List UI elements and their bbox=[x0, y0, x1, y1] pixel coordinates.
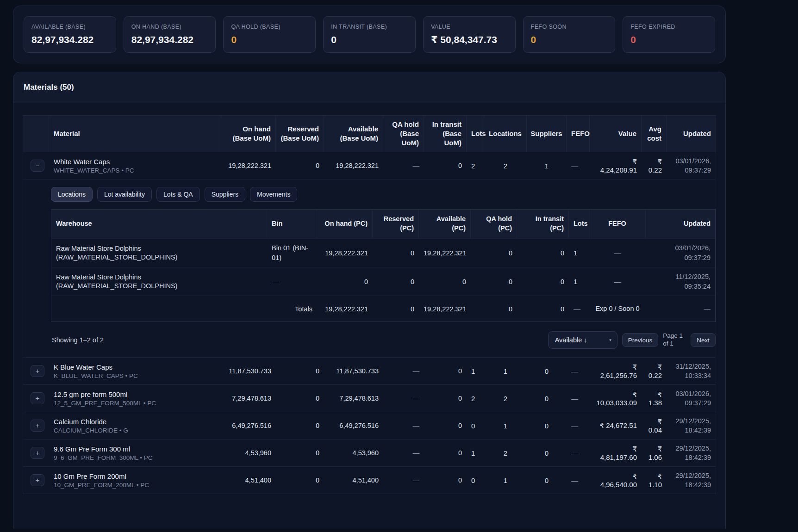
next-page-button[interactable]: Next bbox=[691, 333, 716, 347]
tab-locations[interactable]: Locations bbox=[51, 187, 93, 202]
expand-column-header bbox=[23, 116, 49, 152]
kpi-value: 0 bbox=[231, 34, 308, 45]
cell-fefo: — bbox=[567, 158, 590, 173]
cell-fefo: — bbox=[567, 473, 590, 488]
sort-dropdown[interactable]: Available ↓▾ bbox=[548, 331, 617, 349]
warehouse-name: Raw Material Store Dolphins bbox=[56, 245, 262, 252]
expand-row-button[interactable]: + bbox=[31, 447, 44, 459]
material-cell: White Water CapsWHITE_WATER_CAPS • PC bbox=[49, 154, 221, 178]
column-header-value: Value bbox=[590, 116, 642, 152]
totals-spacer bbox=[51, 305, 267, 313]
column-header-lots: Lots bbox=[467, 116, 484, 152]
materials-title: Materials (50) bbox=[24, 83, 715, 92]
material-name: White Water Caps bbox=[54, 158, 217, 166]
cell-reserved: 0 bbox=[276, 445, 324, 460]
cell-updated: 03/01/2026, 09:37:29 bbox=[667, 385, 716, 412]
subcell-available: 0 bbox=[419, 274, 471, 289]
subcell-available: 19,28,222.321 bbox=[419, 246, 471, 260]
kpi-card-available-base: AVAILABLE (BASE)82,97,934.282 bbox=[24, 16, 116, 53]
tab-suppliers[interactable]: Suppliers bbox=[205, 187, 245, 202]
subcell-on-hand: 0 bbox=[317, 274, 373, 289]
expand-cell: − bbox=[23, 156, 49, 175]
cell-available: 11,87,530.733 bbox=[324, 364, 383, 378]
material-code: 9_6_GM_PRE_FORM_300ML • PC bbox=[54, 454, 217, 461]
material-row-white-water-caps: −White Water CapsWHITE_WATER_CAPS • PC19… bbox=[23, 152, 716, 179]
cell-value: ₹ 24,672.51 bbox=[590, 418, 642, 433]
cell-avg-cost: ₹ 1.10 bbox=[642, 469, 667, 492]
cell-updated: 31/12/2025, 10:33:34 bbox=[667, 358, 716, 384]
column-header-fefo: FEFO bbox=[567, 116, 590, 152]
cell-lots: 2 bbox=[467, 391, 484, 406]
warehouse-name: Raw Material Store Dolphins bbox=[56, 273, 262, 281]
totals-updated: — bbox=[646, 300, 715, 317]
subcell-fefo: — bbox=[589, 274, 646, 289]
subcell-bin: Bin 01 (BIN-01) bbox=[267, 240, 317, 266]
materials-table: MaterialOn hand (Base UoM)Reserved (Base… bbox=[13, 103, 725, 494]
expand-row-button[interactable]: + bbox=[31, 474, 44, 486]
pagination-controls: Available ↓▾PreviousPage 1 of 1Next bbox=[548, 331, 716, 349]
subcell-fefo: — bbox=[589, 245, 646, 260]
cell-lots: 0 bbox=[467, 418, 484, 433]
kpi-row: AVAILABLE (BASE)82,97,934.282ON HAND (BA… bbox=[24, 16, 715, 53]
subcell-reserved: 0 bbox=[373, 274, 419, 289]
expand-cell: + bbox=[23, 361, 49, 381]
kpi-card-fefo-soon: FEFO SOON0 bbox=[523, 16, 616, 53]
column-header-reserved: Reserved (Base UoM) bbox=[276, 116, 324, 152]
subcolumn-header-on-hand: On hand (PC) bbox=[317, 210, 373, 238]
expand-row-button[interactable]: + bbox=[31, 365, 44, 377]
kpi-value: 82,97,934.282 bbox=[31, 34, 108, 45]
kpi-value: 0 bbox=[331, 34, 408, 45]
material-name: 9.6 Gm Pre Form 300 ml bbox=[54, 445, 217, 453]
materials-panel: Materials (50) MaterialOn hand (Base UoM… bbox=[13, 72, 726, 529]
kpi-label: VALUE bbox=[431, 24, 508, 30]
subtable-totals-row: Totals19,28,222.321019,28,222.32100—Exp … bbox=[51, 296, 715, 322]
cell-fefo: — bbox=[567, 391, 590, 406]
kpi-card-on-hand-base: ON HAND (BASE)82,97,934.282 bbox=[124, 16, 216, 53]
material-name: 10 Gm Pre Form 200ml bbox=[54, 472, 217, 480]
material-cell: Calcium ChlorideCALCIUM_CHLORIDE • G bbox=[49, 414, 221, 438]
subcell-lots: 1 bbox=[569, 245, 589, 260]
material-name: 12.5 gm pre form 500ml bbox=[54, 390, 217, 398]
expand-row-button[interactable]: + bbox=[31, 392, 44, 404]
subcell-updated: 11/12/2025, 09:35:24 bbox=[646, 268, 715, 295]
inventory-page: AVAILABLE (BASE)82,97,934.282ON HAND (BA… bbox=[0, 0, 798, 529]
cell-on-hand: 6,49,276.516 bbox=[221, 418, 276, 433]
material-cell: 9.6 Gm Pre Form 300 ml9_6_GM_PRE_FORM_30… bbox=[49, 441, 221, 465]
cell-suppliers: 1 bbox=[527, 158, 567, 173]
subcolumn-header-updated: Updated bbox=[646, 210, 715, 238]
collapse-row-button[interactable]: − bbox=[31, 160, 44, 172]
cell-value: ₹ 4,24,208.91 bbox=[590, 154, 642, 178]
tab-movements[interactable]: Movements bbox=[250, 187, 297, 202]
cell-reserved: 0 bbox=[276, 364, 324, 378]
cell-locations: 1 bbox=[484, 364, 527, 379]
tab-lot-availability[interactable]: Lot availability bbox=[97, 187, 152, 202]
subcolumn-header-fefo: FEFO bbox=[589, 210, 646, 238]
materials-table-frame: MaterialOn hand (Base UoM)Reserved (Base… bbox=[23, 115, 716, 494]
sort-selected-value: Available ↓ bbox=[555, 336, 587, 344]
kpi-card-value: VALUE₹ 50,84,347.73 bbox=[423, 16, 516, 53]
subtable-pagination: Showing 1–2 of 2Available ↓▾PreviousPage… bbox=[51, 322, 716, 357]
column-header-suppliers: Suppliers bbox=[527, 116, 567, 152]
subcell-on-hand: 19,28,222.321 bbox=[317, 246, 373, 260]
warehouse-code: (RAW_MATERIAL_STORE_DOLPHINS) bbox=[56, 254, 262, 261]
cell-reserved: 0 bbox=[276, 391, 324, 406]
cell-updated: 03/01/2026, 09:37:29 bbox=[667, 153, 716, 179]
warehouse-cell: Raw Material Store Dolphins(RAW_MATERIAL… bbox=[51, 270, 267, 293]
material-cell: 10 Gm Pre Form 200ml10_GM_PRE_FORM_200ML… bbox=[49, 469, 221, 492]
column-header-avg-cost: Avg cost bbox=[642, 116, 667, 152]
subcolumn-header-qa-hold: QA hold (PC) bbox=[471, 210, 517, 238]
cell-on-hand: 19,28,222.321 bbox=[221, 158, 276, 173]
kpi-label: AVAILABLE (BASE) bbox=[31, 24, 108, 30]
subcell-qa-hold: 0 bbox=[471, 274, 517, 289]
cell-in-transit: 0 bbox=[424, 391, 467, 406]
cell-avg-cost: ₹ 0.22 bbox=[642, 359, 667, 383]
expand-cell: + bbox=[23, 416, 49, 435]
subcolumn-header-reserved: Reserved (PC) bbox=[373, 210, 419, 238]
totals-lots: — bbox=[569, 301, 589, 316]
kpi-value: 0 bbox=[531, 34, 608, 45]
subcell-reserved: 0 bbox=[373, 246, 419, 260]
expand-row-button[interactable]: + bbox=[31, 420, 44, 432]
material-code: WHITE_WATER_CAPS • PC bbox=[54, 167, 217, 174]
tab-lots-qa[interactable]: Lots & QA bbox=[156, 187, 200, 202]
previous-page-button[interactable]: Previous bbox=[622, 333, 659, 347]
